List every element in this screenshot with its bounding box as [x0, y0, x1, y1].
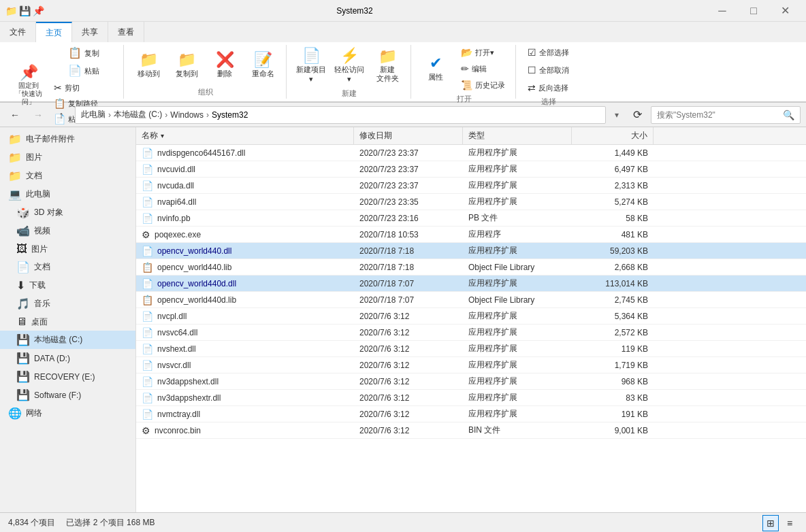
easy-access-button[interactable]: ⚡ 轻松访问▾ — [332, 45, 367, 87]
file-size-cell: 5,364 KB — [572, 312, 654, 321]
back-button[interactable]: ← — [5, 105, 25, 124]
copy-btn-icon: 📋 — [68, 48, 82, 59]
invert-select-button[interactable]: ⇄ 反向选择 — [523, 80, 573, 95]
file-icon: 📄 — [142, 376, 153, 387]
history-button[interactable]: 📜 历史记录 — [456, 78, 510, 93]
refresh-button[interactable]: ⟳ — [628, 105, 647, 124]
localc-icon: 💾 — [16, 333, 30, 346]
table-row[interactable]: 📄 nvcuvid.dll 2020/7/23 23:37 应用程序扩展 6,4… — [136, 161, 806, 178]
copy-to-button[interactable]: 📁 复制到 — [169, 46, 204, 85]
sidebar-label-desktop: 桌面 — [31, 316, 48, 328]
delete-button[interactable]: ❌ 删除 — [207, 46, 242, 85]
open-button[interactable]: 📂 打开▾ — [456, 45, 510, 60]
table-row[interactable]: 📄 nvcuda.dll 2020/7/23 23:37 应用程序扩展 2,31… — [136, 178, 806, 194]
new-item-button[interactable]: 📄 新建项目▾ — [293, 45, 329, 87]
col-header-name[interactable]: 名称 ▾ — [136, 127, 354, 144]
breadcrumb-windows[interactable]: Windows — [170, 110, 204, 120]
sidebar-item-recoverye[interactable]: 💾 RECOVERY (E:) — [0, 367, 135, 386]
table-row[interactable]: 📄 nv3dappshextr.dll 2020/7/6 3:12 应用程序扩展… — [136, 390, 806, 406]
new-folder-button[interactable]: 📁 新建文件夹 — [370, 46, 405, 86]
file-size-cell: 2,745 KB — [572, 295, 654, 305]
move-to-button[interactable]: 📁 移动到 — [131, 46, 166, 85]
paste-button[interactable]: 📄 粘贴 — [49, 63, 118, 79]
sidebar-item-music[interactable]: 🎵 音乐 — [0, 295, 135, 313]
table-row[interactable]: 📄 nvdispgenco6445167.dll 2020/7/23 23:37… — [136, 145, 806, 161]
file-size-cell: 59,203 KB — [572, 246, 654, 256]
tab-share[interactable]: 共享 — [72, 22, 108, 42]
sidebar-item-downloads[interactable]: ⬇ 下载 — [0, 276, 135, 295]
breadcrumb-dropdown[interactable]: ▾ — [610, 110, 624, 120]
sidebar-item-docs[interactable]: 📁 文档 — [0, 167, 135, 185]
breadcrumb-c[interactable]: 本地磁盘 (C:) — [114, 109, 162, 120]
sidebar-item-softf[interactable]: 💾 Software (F:) — [0, 386, 135, 404]
sidebar-label-thispc: 此电脑 — [26, 188, 50, 200]
easy-access-icon: ⚡ — [340, 48, 359, 63]
file-size-cell: 9,001 KB — [572, 426, 654, 435]
table-row[interactable]: 📄 opencv_world440.dll 2020/7/18 7:18 应用程… — [136, 243, 806, 259]
sidebar-item-video[interactable]: 📹 视频 — [0, 222, 135, 240]
search-input[interactable] — [657, 110, 780, 120]
invert-label: 反向选择 — [538, 83, 568, 93]
table-row[interactable]: ⚙ nvconroc.bin 2020/7/6 3:12 BIN 文件 9,00… — [136, 422, 806, 439]
table-row[interactable]: ⚙ poqexec.exe 2020/7/18 10:53 应用程序 481 K… — [136, 227, 806, 243]
table-row[interactable]: 📄 nvshext.dll 2020/7/6 3:12 应用程序扩展 119 K… — [136, 341, 806, 357]
sidebar-item-datad[interactable]: 💾 DATA (D:) — [0, 349, 135, 367]
cut-button[interactable]: ✂ 剪切 — [49, 80, 118, 95]
tab-home[interactable]: 主页 — [36, 22, 72, 42]
select-all-button[interactable]: ☑ 全部选择 — [523, 45, 574, 60]
col-header-size[interactable]: 大小 — [572, 127, 654, 144]
file-size-cell: 6,497 KB — [572, 165, 654, 174]
paste-btn-label: 粘贴 — [84, 66, 99, 76]
maximize-button[interactable]: □ — [738, 0, 769, 22]
tab-file[interactable]: 文件 — [0, 22, 36, 42]
breadcrumb-system32[interactable]: System32 — [212, 110, 248, 120]
col-header-date[interactable]: 修改日期 — [354, 127, 463, 144]
edit-button[interactable]: ✏ 编辑 — [456, 61, 510, 76]
sidebar-item-localc[interactable]: 💾 本地磁盘 (C:) — [0, 331, 135, 349]
close-button[interactable]: ✕ — [769, 0, 801, 22]
file-type-cell: PB 文件 — [463, 212, 572, 224]
window-title: System32 — [3, 6, 707, 16]
table-row[interactable]: 📄 opencv_world440d.dll 2020/7/18 7:07 应用… — [136, 276, 806, 292]
table-row[interactable]: 📄 nvinfo.pb 2020/7/23 23:16 PB 文件 58 KB — [136, 210, 806, 227]
properties-button[interactable]: ✔ 属性 — [418, 49, 453, 88]
file-size-cell: 58 KB — [572, 214, 654, 223]
table-row[interactable]: 📄 nvsvcr.dll 2020/7/6 3:12 应用程序扩展 1,719 … — [136, 357, 806, 373]
ribbon-tabs: 文件 主页 共享 查看 — [0, 22, 806, 42]
select-none-button[interactable]: ☐ 全部取消 — [523, 63, 574, 78]
sidebar-item-pictures[interactable]: 📁 图片 — [0, 148, 135, 167]
softf-icon: 💾 — [16, 388, 30, 401]
large-icons-view-button[interactable]: ⊞ — [762, 515, 779, 531]
sidebar-item-network[interactable]: 🌐 网络 — [0, 404, 135, 422]
details-view-button[interactable]: ≡ — [781, 515, 798, 531]
sidebar-item-docs2[interactable]: 📄 文档 — [0, 258, 135, 276]
rename-button[interactable]: 📝 重命名 — [245, 46, 280, 85]
sidebar-item-email[interactable]: 📁 电子邮件附件 — [0, 130, 135, 148]
sidebar-item-3d[interactable]: 🎲 3D 对象 — [0, 203, 135, 222]
table-row[interactable]: 📄 nvsvc64.dll 2020/7/6 3:12 应用程序扩展 2,572… — [136, 325, 806, 341]
copy-button[interactable]: 📋 复制 — [49, 45, 118, 61]
up-button[interactable]: ↑ — [52, 105, 71, 124]
select-none-label: 全部取消 — [539, 65, 569, 76]
sidebar-item-desktop[interactable]: 🖥 桌面 — [0, 313, 135, 331]
main-content: 📁 电子邮件附件 📁 图片 📁 文档 💻 此电脑 🎲 3D 对象 📹 视频 🖼 … — [0, 127, 806, 512]
file-date-cell: 2020/7/6 3:12 — [354, 344, 463, 354]
table-row[interactable]: 📄 nvmctray.dll 2020/7/6 3:12 应用程序扩展 191 … — [136, 406, 806, 422]
file-date-cell: 2020/7/6 3:12 — [354, 312, 463, 321]
pin-button[interactable]: 📌 固定到「快速访问」 — [11, 62, 46, 110]
sidebar-item-thispc[interactable]: 💻 此电脑 — [0, 185, 135, 203]
breadcrumb-thispc[interactable]: 此电脑 — [81, 109, 106, 120]
col-header-type[interactable]: 类型 — [463, 127, 572, 144]
minimize-button[interactable]: ─ — [707, 0, 738, 22]
file-size-cell: 191 KB — [572, 410, 654, 419]
table-row[interactable]: 📄 nv3dappshext.dll 2020/7/6 3:12 应用程序扩展 … — [136, 373, 806, 390]
table-row[interactable]: 📋 opencv_world440d.lib 2020/7/18 7:07 Ob… — [136, 292, 806, 308]
table-row[interactable]: 📄 nvapi64.dll 2020/7/23 23:35 应用程序扩展 5,2… — [136, 194, 806, 210]
table-row[interactable]: 📄 nvcpl.dll 2020/7/6 3:12 应用程序扩展 5,364 K… — [136, 308, 806, 325]
forward-button[interactable]: → — [29, 105, 48, 124]
tab-view[interactable]: 查看 — [108, 22, 144, 42]
sidebar-item-pictures2[interactable]: 🖼 图片 — [0, 240, 135, 258]
ribbon-group-select: ☑ 全部选择 ☐ 全部取消 ⇄ 反向选择 选择 — [517, 45, 579, 99]
edit-label: 编辑 — [472, 64, 487, 74]
table-row[interactable]: 📋 opencv_world440.lib 2020/7/18 7:18 Obj… — [136, 259, 806, 276]
